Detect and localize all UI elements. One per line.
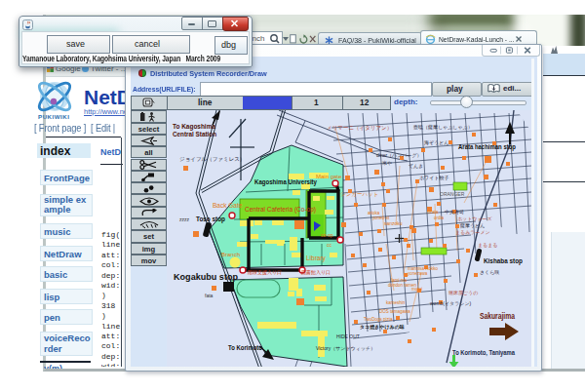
svg-text:中央寿司: 中央寿司 [445, 209, 464, 215]
svg-text:ジョイフル（ファミレス）: ジョイフル（ファミレス） [179, 156, 245, 162]
svg-text:co-op: co-op [321, 232, 333, 238]
svg-text:PUKIWIKI: PUKIWIKI [38, 113, 70, 120]
svg-text:階段支援入り口: 階段支援入り口 [248, 269, 282, 276]
svg-text:kameshin: kameshin [386, 300, 406, 305]
svg-text:Victory（サンドウィッチ）: Victory（サンドウィッチ） [316, 345, 375, 351]
svg-text:堀床屋ごうの: 堀床屋ごうの [448, 290, 478, 295]
svg-text:海ぞうどん: 海ぞうどん [424, 139, 448, 146]
svg-text:ordia: ordia [434, 216, 445, 220]
svg-text:Arata hachiman stop: Arata hachiman stop [458, 142, 516, 151]
svg-text:Toso stop: Toso stop [196, 215, 225, 223]
svg-text:壺暁（薩摩しゃぶしゃぶ）: 壺暁（薩摩しゃぶしゃぶ） [413, 124, 473, 131]
svg-text:TwoDogs pizta: TwoDogs pizta [364, 317, 393, 322]
svg-text:diner（ハンバーグ）: diner（ハンバーグ） [376, 152, 422, 158]
svg-text:Branch: Branch [221, 252, 240, 257]
svg-text:zzzz: zzzz [179, 216, 190, 222]
svg-text:Library: Library [306, 255, 327, 262]
svg-text:HIDE OUT: HIDE OUT [336, 333, 360, 339]
svg-text:ORANGER: ORANGER [440, 191, 465, 197]
svg-text:To Korimoto: To Korimoto [228, 343, 262, 352]
svg-text:To Korimoto, Taniyama: To Korimoto, Taniyama [452, 349, 515, 357]
svg-text:arioka: arioka [368, 211, 380, 216]
svg-text:yonezawa: yonezawa [408, 271, 428, 276]
svg-text:Kagoshima University: Kagoshima University [254, 177, 317, 186]
svg-text:Back Gate: Back Gate [213, 202, 243, 209]
svg-text:てんき: てんき [409, 163, 423, 169]
svg-text:DOS tamagawa: DOS tamagawa [379, 309, 410, 314]
svg-text:ホットウォーズ: ホットウォーズ [457, 216, 493, 221]
svg-text:シンガーハット: シンガーハット [340, 191, 378, 197]
svg-text:momi: momi [411, 287, 422, 292]
svg-text:Kishaba stop: Kishaba stop [484, 256, 523, 265]
svg-text:Central Cafeteria (Co-op): Central Cafeteria (Co-op) [245, 206, 316, 214]
svg-text:Central Station: Central Station [173, 130, 216, 138]
svg-text:さくら咲: さくら咲 [480, 269, 499, 276]
svg-text:womb(イタラシン): womb(イタラシン) [430, 300, 472, 306]
svg-text:タコ焼きやけみの味: タコ焼きやけみの味 [360, 324, 406, 331]
svg-text:sanzoku: sanzoku [384, 220, 403, 226]
svg-text:米や: 米や [382, 160, 392, 166]
svg-text:fata: fata [205, 293, 214, 298]
svg-text:まるまる: まるまる [478, 242, 497, 248]
svg-text:cc: cc [327, 242, 332, 248]
svg-text:Kogakubu stop: Kogakubu stop [174, 272, 238, 282]
svg-text:yoneo-st: yoneo-st [372, 216, 390, 220]
svg-text:Main gate: Main gate [316, 174, 342, 179]
svg-text:ホワイト餃子: ホワイト餃子 [419, 175, 448, 181]
svg-text:図書館入り口: 図書館入り口 [301, 269, 331, 276]
svg-text:メリマーニ（イタリアン）: メリマーニ（イタリアン） [327, 125, 392, 131]
svg-text:hirata: hirata [427, 210, 439, 215]
svg-text:薩摩うどん: 薩摩うどん [460, 222, 485, 229]
svg-text:Sakurajima: Sakurajima [480, 311, 515, 321]
svg-text:まるみラーメン: まるみラーメン [455, 229, 490, 235]
